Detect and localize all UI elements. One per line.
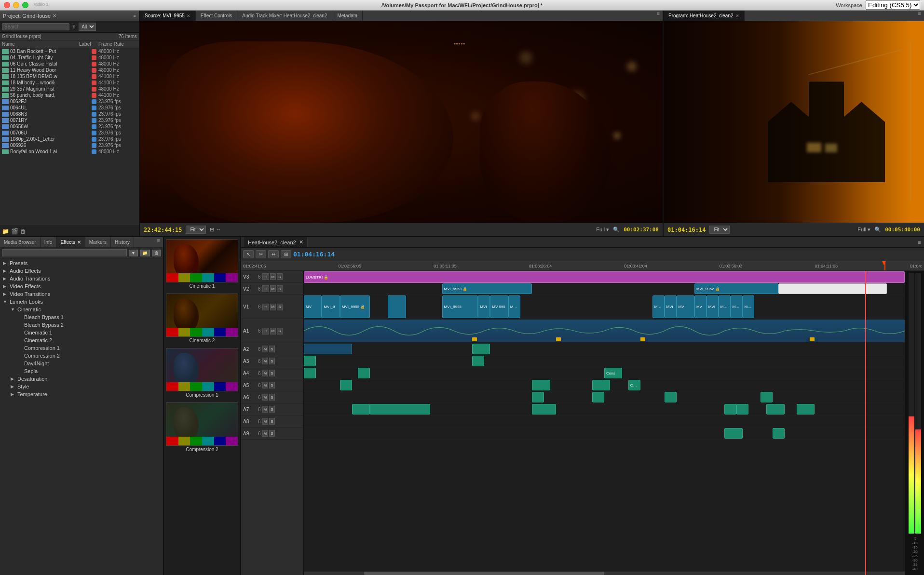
list-item[interactable]: 1080p_2.00-1_Letter 23.976 fps <box>0 136 139 142</box>
tab-markers[interactable]: Markers <box>85 237 111 247</box>
list-item[interactable]: 06 Gun, Classic Pistol 48000 Hz <box>0 61 139 67</box>
project-panel-menu[interactable]: ≡ <box>134 13 136 18</box>
tree-item-cinematic-1[interactable]: Cinematic 1 <box>1 329 162 336</box>
list-item[interactable]: 0068N3 23.976 fps <box>0 111 139 117</box>
clip-v1-mvi9[interactable]: MVI_9 <box>322 295 340 318</box>
sequence-tab-close[interactable]: ✕ <box>299 239 303 245</box>
clip-v2-white[interactable] <box>778 283 886 294</box>
clip-a5-1[interactable] <box>340 380 352 390</box>
track-a1-mute[interactable]: M <box>270 328 276 334</box>
track-a7-solo[interactable]: S <box>269 406 274 413</box>
clip-a7-5[interactable] <box>736 404 748 415</box>
list-item[interactable]: 11 Heavy Wood Door 48000 Hz <box>0 67 139 73</box>
project-delete-btn[interactable]: 🗑 <box>20 228 26 235</box>
track-a6-mute[interactable]: M <box>262 394 269 401</box>
timeline-ruler[interactable]: 01:02:41:05 01:02:56:05 01:03:11:05 01:0… <box>241 261 924 271</box>
list-item[interactable]: 00706U 23.976 fps <box>0 130 139 136</box>
tab-info[interactable]: Info <box>41 237 57 247</box>
source-tab-effectcontrols[interactable]: Effect Controls <box>196 11 237 21</box>
project-search-input[interactable] <box>2 23 69 30</box>
list-item[interactable]: Bodyfall on Wood 1.ai 48000 Hz <box>0 148 139 155</box>
track-v3-solo[interactable]: S <box>277 273 282 280</box>
tree-item-cinematic-2[interactable]: Cinematic 2 <box>1 336 162 344</box>
clip-a2-1[interactable] <box>304 344 352 354</box>
minimize-button[interactable] <box>13 2 19 8</box>
timeline-panel-menu[interactable]: ≡ <box>918 240 921 245</box>
clip-a3-1[interactable] <box>304 356 316 366</box>
clip-v2-mvi9953[interactable]: MVI_9953 🔒 <box>442 283 532 294</box>
clip-a7-1[interactable] <box>352 404 370 415</box>
clip-v1-mvir[interactable]: MVI_9 <box>743 295 755 318</box>
clip-v2-mvi9952[interactable]: MVI_9952 🔒 <box>694 283 778 294</box>
track-v1-solo[interactable]: S <box>277 304 282 310</box>
list-item[interactable]: 56 punch, body hard, 44100 Hz <box>0 92 139 98</box>
list-item[interactable]: 0071RY 23.976 fps <box>0 117 139 123</box>
maximize-button[interactable] <box>22 2 28 8</box>
track-a4-solo[interactable]: S <box>269 370 274 376</box>
clip-a4-cons[interactable]: Cons <box>604 368 622 378</box>
track-a3-mute[interactable]: M <box>262 358 269 364</box>
in-selector[interactable]: All <box>79 23 96 31</box>
tree-item-temperature[interactable]: ▶ Temperature <box>1 390 162 398</box>
project-new-bin-btn[interactable]: 📁 <box>2 228 9 235</box>
close-button[interactable] <box>4 2 10 8</box>
clip-v1-mv[interactable]: MV <box>304 295 322 318</box>
tree-item-audio-effects[interactable]: ▶ Audio Effects <box>1 267 162 275</box>
source-tab-source[interactable]: Source: MVI_9955 ✕ <box>140 11 196 21</box>
timeline-tool-select[interactable]: ↖ <box>243 250 254 258</box>
track-v3-sync[interactable]: ↔ <box>262 273 269 280</box>
track-a5-solo[interactable]: S <box>269 382 274 388</box>
effects-search-input[interactable] <box>2 249 127 256</box>
track-a4-mute[interactable]: M <box>262 370 269 376</box>
tree-item-video-transitions[interactable]: ▶ Video Transitions <box>1 290 162 298</box>
effects-new-preset-btn[interactable]: ▼ <box>129 250 138 256</box>
timeline-tool-zoom[interactable]: ⊞ <box>281 250 291 258</box>
clip-v1-mvim[interactable]: MV <box>677 295 694 318</box>
tree-item-compression-1[interactable]: Compression 1 <box>1 344 162 352</box>
timeline-tool-razor[interactable]: ✂ <box>256 250 266 258</box>
clip-v1-mvi9s[interactable]: MVI_9 <box>652 295 665 318</box>
program-panel-menu[interactable]: ≡ <box>915 11 924 21</box>
clip-v1-mv995[interactable]: MV 995 <box>490 295 508 318</box>
list-item[interactable]: 29 357 Magnum Pist 48000 Hz <box>0 86 139 92</box>
clip-a9-1[interactable] <box>724 428 742 439</box>
clip-a7-2[interactable] <box>370 404 430 415</box>
playhead[interactable] <box>865 271 866 575</box>
tree-item-style[interactable]: ▶ Style <box>1 383 162 390</box>
clip-a7-6[interactable] <box>766 404 784 415</box>
source-fit-selector[interactable]: Fit <box>186 226 206 234</box>
list-item[interactable]: 18 135 BPM DEMO.w 44100 Hz <box>0 73 139 80</box>
list-item[interactable]: 006926 23.976 fps <box>0 142 139 148</box>
track-v1-sync[interactable]: ↔ <box>262 304 269 310</box>
tree-item-compression-2[interactable]: Compression 2 <box>1 352 162 360</box>
clip-a5-3[interactable] <box>592 380 610 390</box>
track-a5-mute[interactable]: M <box>262 382 269 388</box>
list-item[interactable]: 0062EJ 23.976 fps <box>0 98 139 105</box>
list-item[interactable]: 18 fall body – wood& 44100 Hz <box>0 80 139 86</box>
list-item[interactable]: 04–Traffic Light City 48000 Hz <box>0 54 139 61</box>
thumbnail-compression2[interactable]: Compression 2 <box>166 402 238 453</box>
track-a1-sync[interactable]: ↔ <box>262 328 269 334</box>
clip-v1-mvil[interactable]: MVI <box>665 295 677 318</box>
clip-a3-2[interactable] <box>472 356 484 366</box>
clip-a6-2[interactable] <box>592 392 604 402</box>
track-a8-mute[interactable]: M <box>262 418 269 425</box>
tree-item-video-effects[interactable]: ▶ Video Effects <box>1 282 162 290</box>
track-v2-sync[interactable]: ↔ <box>262 285 269 292</box>
track-a6-solo[interactable]: S <box>269 394 274 401</box>
list-item[interactable]: 00658W 23.976 fps <box>0 123 139 130</box>
program-fit-selector[interactable]: Fit <box>709 226 730 234</box>
source-panel-menu[interactable]: ≡ <box>654 11 663 21</box>
clip-v1-mviq[interactable]: MVI_99 <box>731 295 743 318</box>
track-a8-solo[interactable]: S <box>269 418 274 425</box>
clip-a1-main[interactable] <box>304 320 905 342</box>
thumbnail-cinematic2[interactable]: Cinematic 2 <box>166 294 238 344</box>
tree-item-bleach-bypass-2[interactable]: Bleach Bypass 2 <box>1 321 162 329</box>
clip-a4-1[interactable] <box>304 368 316 378</box>
tab-media-browser[interactable]: Media Browser <box>0 237 41 247</box>
clip-v1-mvin[interactable]: MV <box>694 295 707 318</box>
effects-delete-btn[interactable]: 🗑 <box>152 250 161 256</box>
clip-a6-1[interactable] <box>532 392 544 402</box>
track-v3-mute[interactable]: M <box>270 273 276 280</box>
effects-panel-menu[interactable]: ≡ <box>154 237 163 247</box>
